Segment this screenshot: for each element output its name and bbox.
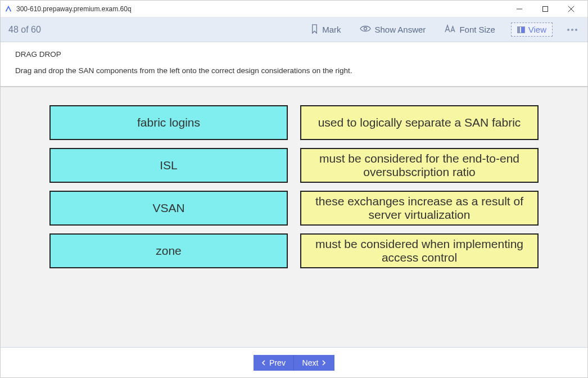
next-label: Next	[302, 358, 319, 367]
work-area: fabric logins used to logically separate…	[1, 87, 587, 347]
nav-buttons: Prev Next	[254, 355, 334, 371]
title-bar: 300-610.prepaway.premium.exam.60q	[1, 1, 587, 17]
next-button[interactable]: Next	[294, 355, 334, 371]
drag-source[interactable]: fabric logins	[49, 105, 288, 140]
question-prompt: Drag and drop the SAN components from th…	[15, 66, 573, 75]
app-icon	[4, 4, 13, 14]
drag-source[interactable]: zone	[49, 233, 288, 268]
mark-label: Mark	[322, 25, 341, 34]
window-controls	[506, 1, 584, 17]
drop-target[interactable]: used to logically separate a SAN fabric	[300, 105, 539, 140]
font-size-icon	[445, 24, 456, 35]
question-header: DRAG DROP Drag and drop the SAN componen…	[1, 42, 587, 86]
drop-target[interactable]: must be considered for the end-to-end ov…	[300, 148, 539, 183]
toolbar: 48 of 60 Mark Show Answer Font Size View	[1, 17, 587, 42]
drag-grid: fabric logins used to logically separate…	[49, 105, 539, 268]
minimize-button[interactable]	[506, 1, 532, 17]
view-label: View	[528, 25, 546, 34]
drag-source[interactable]: ISL	[49, 148, 288, 183]
question-type-label: DRAG DROP	[15, 50, 573, 58]
drop-target[interactable]: these exchanges increase as a result of …	[300, 191, 539, 226]
svg-point-4	[364, 28, 367, 30]
show-answer-label: Show Answer	[374, 25, 426, 34]
drag-source[interactable]: VSAN	[49, 191, 288, 226]
window-title: 300-610.prepaway.premium.exam.60q	[16, 5, 506, 13]
more-menu-button[interactable]	[565, 29, 580, 31]
chevron-left-icon	[261, 358, 266, 367]
show-answer-button[interactable]: Show Answer	[356, 22, 429, 37]
view-button[interactable]: View	[511, 22, 553, 37]
prev-label: Prev	[269, 358, 286, 367]
view-icon	[517, 26, 525, 33]
maximize-button[interactable]	[532, 1, 558, 17]
close-button[interactable]	[558, 1, 584, 17]
chevron-right-icon	[322, 358, 326, 367]
bottom-nav: Prev Next	[1, 347, 587, 377]
font-size-button[interactable]: Font Size	[441, 22, 498, 37]
prev-button[interactable]: Prev	[254, 355, 294, 371]
mark-button[interactable]: Mark	[307, 22, 344, 38]
font-size-label: Font Size	[459, 25, 495, 34]
question-counter: 48 of 60	[8, 25, 295, 35]
bookmark-icon	[310, 24, 319, 35]
drop-target[interactable]: must be considered when implementing acc…	[300, 233, 539, 268]
svg-rect-1	[543, 6, 548, 11]
eye-icon	[360, 25, 371, 34]
